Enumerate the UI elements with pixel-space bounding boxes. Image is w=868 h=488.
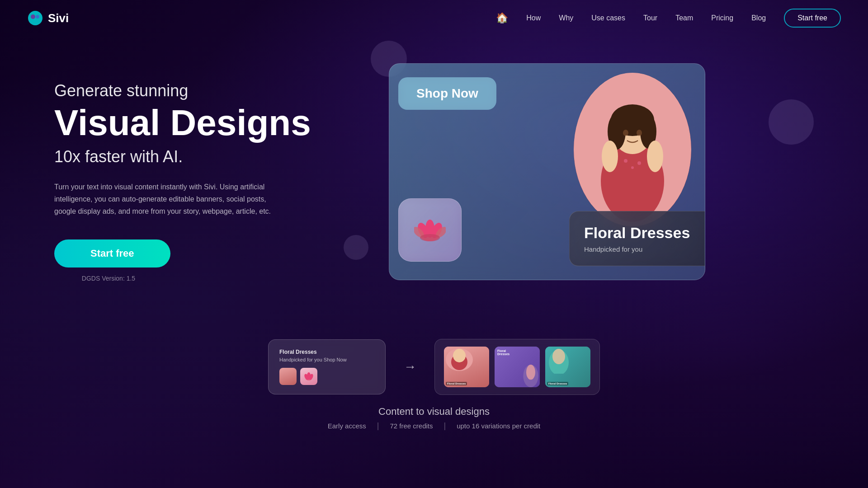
brand-name: Sivi <box>48 11 69 25</box>
input-content-card: Floral Dresses Handpicked for you Shop N… <box>268 339 386 394</box>
output-card-3[interactable]: Floral Dresses <box>545 347 590 387</box>
hero-speed: 10x faster with AI. <box>54 147 316 166</box>
bottom-section: Floral Dresses Handpicked for you Shop N… <box>0 339 868 431</box>
nav-why[interactable]: Why <box>559 14 573 22</box>
svg-point-23 <box>420 234 440 241</box>
input-thumb-woman <box>279 368 297 385</box>
output-cards-container: Floral Dresses FloralDresses <box>434 339 600 395</box>
nav-use-cases[interactable]: Use cases <box>591 14 625 22</box>
svg-point-0 <box>28 11 42 25</box>
shop-now-card: Shop Now <box>398 77 496 110</box>
svg-point-30 <box>453 349 466 362</box>
svg-point-34 <box>552 349 565 364</box>
conversion-arrow: → <box>404 360 416 374</box>
hero-subtitle: Generate stunning <box>54 81 316 100</box>
nav-start-free-button[interactable]: Start free <box>784 9 841 28</box>
input-card-body: Handpicked for you Shop Now <box>279 357 374 362</box>
input-thumb-lotus <box>300 368 317 385</box>
svg-point-15 <box>631 166 634 169</box>
bottom-text: Content to visual designs Early access |… <box>328 406 541 431</box>
hero-right: Shop Now <box>353 63 814 325</box>
feature-early-access: Early access <box>328 422 366 430</box>
floral-dresses-subtitle: Handpicked for you <box>584 245 699 253</box>
svg-point-12 <box>623 130 628 136</box>
hero-title: Visual Designs <box>54 104 316 142</box>
svg-point-14 <box>624 159 627 163</box>
nav-home-icon[interactable]: 🏠 <box>496 12 508 24</box>
svg-point-10 <box>602 141 618 172</box>
svg-point-1 <box>31 14 35 19</box>
main-content: Generate stunning Visual Designs 10x fas… <box>0 36 868 325</box>
conversion-row: Floral Dresses Handpicked for you Shop N… <box>268 339 600 395</box>
lotus-card <box>398 198 462 262</box>
feature-free-credits: 72 free credits <box>390 422 433 430</box>
svg-point-16 <box>637 161 641 165</box>
separator-2: | <box>443 421 446 431</box>
content-to-visual-label: Content to visual designs <box>328 406 541 418</box>
svg-point-11 <box>647 141 663 172</box>
logo[interactable]: Sivi <box>27 10 69 26</box>
hero-description: Turn your text into visual content insta… <box>54 181 271 218</box>
version-label: DGDS Version: 1.5 <box>54 275 163 282</box>
nav-pricing[interactable]: Pricing <box>711 14 733 22</box>
nav-links: 🏠 How Why Use cases Tour Team Pricing Bl… <box>496 9 841 28</box>
hero-left: Generate stunning Visual Designs 10x fas… <box>54 63 316 282</box>
svg-point-32 <box>526 365 535 380</box>
woman-image-circle <box>574 73 691 226</box>
navbar: Sivi 🏠 How Why Use cases Tour Team Prici… <box>0 0 868 36</box>
nav-team[interactable]: Team <box>675 14 693 22</box>
nav-how[interactable]: How <box>526 14 541 22</box>
lotus-icon <box>414 214 446 246</box>
feature-variations: upto 16 variations per credit <box>457 422 540 430</box>
thumb-lotus-icon <box>303 371 314 382</box>
input-card-title: Floral Dresses <box>279 349 374 355</box>
svg-point-13 <box>637 130 642 136</box>
floral-text-card: Floral Dresses Handpicked for you <box>569 211 705 266</box>
output-card-2[interactable]: FloralDresses <box>495 347 540 387</box>
separator-1: | <box>377 421 379 431</box>
shop-now-label[interactable]: Shop Now <box>416 86 478 100</box>
woman-figure-svg <box>574 73 691 226</box>
logo-icon <box>27 10 43 26</box>
visual-main-card: Shop Now <box>389 63 705 280</box>
svg-point-2 <box>36 15 39 19</box>
nav-tour[interactable]: Tour <box>643 14 657 22</box>
features-row: Early access | 72 free credits | upto 16… <box>328 421 541 431</box>
nav-blog[interactable]: Blog <box>751 14 766 22</box>
hero-cta-button[interactable]: Start free <box>54 239 170 267</box>
floral-dresses-title: Floral Dresses <box>584 224 699 242</box>
output-card-1[interactable]: Floral Dresses <box>444 347 489 387</box>
input-card-images <box>279 368 374 385</box>
